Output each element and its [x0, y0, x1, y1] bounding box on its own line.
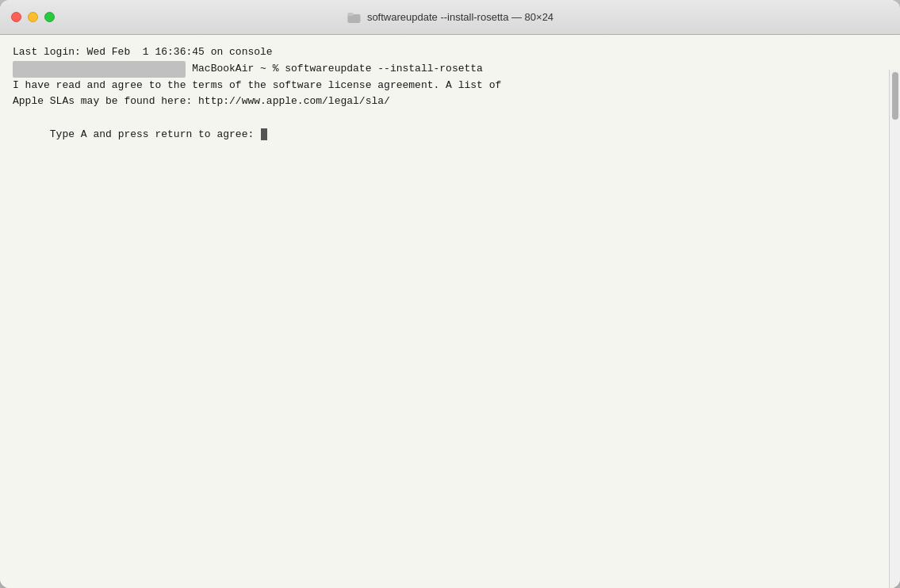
svg-rect-1	[347, 13, 353, 16]
scrollbar-track[interactable]	[889, 70, 900, 588]
terminal-line-2: MacBookAir ~ % softwareupdate --install-…	[13, 61, 887, 78]
terminal-line-5: Type A and press return to agree:	[13, 110, 887, 159]
minimize-button[interactable]	[28, 12, 38, 22]
scrollbar-thumb[interactable]	[892, 72, 898, 120]
username-blurred	[13, 61, 186, 78]
titlebar-center: softwareupdate --install-rosetta — 80×24	[347, 10, 553, 25]
maximize-button[interactable]	[44, 12, 55, 22]
terminal-body[interactable]: Last login: Wed Feb 1 16:36:45 on consol…	[0, 35, 900, 588]
traffic-lights	[11, 12, 55, 22]
terminal-window: softwareupdate --install-rosetta — 80×24…	[0, 0, 900, 588]
window-title: softwareupdate --install-rosetta — 80×24	[367, 11, 553, 23]
terminal-line-3: I have read and agree to the terms of th…	[13, 78, 887, 94]
terminal-agree-prompt: Type A and press return to agree:	[50, 128, 260, 140]
terminal-line-1: Last login: Wed Feb 1 16:36:45 on consol…	[13, 44, 887, 61]
terminal-cursor	[261, 128, 267, 140]
folder-icon	[347, 10, 361, 25]
close-button[interactable]	[11, 12, 21, 22]
terminal-prompt-suffix: MacBookAir ~ % softwareupdate --install-…	[186, 61, 482, 78]
titlebar: softwareupdate --install-rosetta — 80×24	[0, 0, 900, 35]
terminal-line-4: Apple SLAs may be found here: http://www…	[13, 94, 887, 110]
